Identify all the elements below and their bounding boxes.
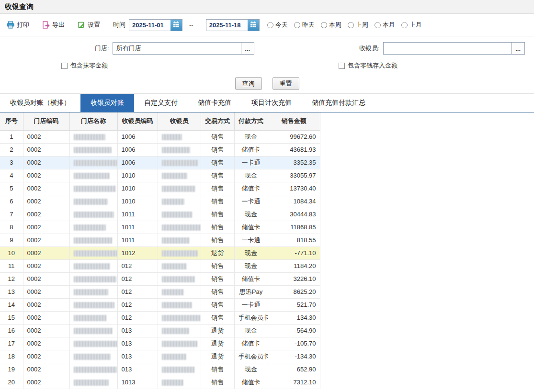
table-row[interactable]: 900021011销售一卡通818.55 [0, 234, 320, 246]
cell-cashier-name-redacted [162, 173, 187, 179]
include-change-checkbox[interactable]: 包含零钱存入金额 [339, 61, 398, 70]
table-row[interactable]: 110002012销售现金1184.20 [0, 259, 320, 272]
cell-cashier-name-redacted [162, 224, 201, 231]
cell-pay-method: 现金 [234, 259, 268, 272]
cell-store-code: 0002 [23, 221, 69, 234]
cell-store-code: 0002 [23, 337, 69, 350]
cell-cashier-code: 012 [117, 311, 158, 324]
cell-pay-method: 手机会员卡 [234, 350, 268, 363]
cell-amount: 30444.83 [268, 208, 320, 221]
cell-store-name-redacted [74, 212, 114, 218]
cell-no: 16 [0, 324, 23, 337]
column-header[interactable]: 销售金额 [268, 112, 320, 130]
cell-cashier-name [158, 130, 201, 143]
cell-no: 3 [0, 156, 23, 169]
cell-store-name-redacted [74, 302, 114, 308]
quick-range-1[interactable]: 昨天 [294, 21, 315, 29]
table-row[interactable]: 120002012销售储值卡3226.10 [0, 272, 320, 285]
include-rounding-checkbox[interactable]: 包含抹零金额 [61, 61, 108, 70]
cell-pay-method: 储值卡 [234, 221, 268, 234]
cell-cashier-code: 1010 [117, 169, 158, 182]
table-row[interactable]: 190002013销售现金652.90 [0, 363, 320, 376]
date-to-calendar-button[interactable] [248, 20, 259, 31]
cell-cashier-code: 012 [117, 285, 158, 298]
cell-store-name-redacted [74, 289, 108, 295]
cell-txn-type: 销售 [201, 195, 234, 208]
store-picker-button[interactable]: ... [241, 42, 254, 55]
table-row[interactable]: 700021011销售现金30444.83 [0, 208, 320, 221]
date-from-calendar-button[interactable] [170, 20, 182, 31]
column-header[interactable]: 门店名称 [69, 112, 117, 130]
table-row[interactable]: 130002012销售思迅Pay8625.20 [0, 285, 320, 298]
cell-cashier-name-redacted [162, 367, 194, 373]
quick-range-5[interactable]: 上月 [401, 21, 422, 29]
print-button[interactable]: 打印 [7, 21, 29, 29]
cell-txn-type: 销售 [201, 376, 234, 389]
cell-store-name-redacted [74, 199, 108, 205]
table-row[interactable]: 100021006销售现金99672.60 [0, 130, 320, 143]
column-header[interactable]: 交易方式 [201, 112, 234, 130]
cell-no: 13 [0, 285, 23, 298]
tab-4[interactable]: 项目计次充值 [241, 94, 302, 112]
date-to-input[interactable] [206, 20, 248, 31]
date-to-box [206, 19, 260, 31]
cell-txn-type: 销售 [201, 272, 234, 285]
table-row[interactable]: 170002013退货储值卡-105.70 [0, 337, 320, 350]
table-row[interactable]: 150002012销售手机会员卡134.30 [0, 311, 320, 324]
table-row[interactable]: 180002013退货手机会员卡-134.30 [0, 350, 320, 363]
cell-amount: -564.90 [268, 324, 320, 337]
column-header[interactable]: 门店编码 [23, 112, 69, 130]
cell-cashier-code: 1006 [117, 130, 158, 143]
table-row[interactable]: 300021006销售一卡通3352.35 [0, 156, 320, 169]
cell-pay-method: 现金 [234, 208, 268, 221]
cell-cashier-name-redacted [162, 289, 184, 295]
tab-2[interactable]: 自定义支付 [134, 94, 188, 112]
quick-range-4[interactable]: 本月 [375, 21, 395, 29]
tab-5[interactable]: 储值充值付款汇总 [302, 94, 375, 112]
tab-3[interactable]: 储值卡充值 [188, 94, 241, 112]
table-row[interactable]: 500021010销售储值卡13730.40 [0, 182, 320, 195]
column-header[interactable]: 序号 [0, 112, 23, 130]
table-row[interactable]: 200021006销售储值卡43681.93 [0, 143, 320, 156]
cell-amount: 3352.35 [268, 156, 320, 169]
quick-range-0[interactable]: 今天 [267, 21, 288, 29]
radio-icon [375, 22, 381, 28]
store-input[interactable] [113, 42, 241, 55]
reset-button[interactable]: 重置 [273, 77, 299, 90]
cell-store-code: 0002 [23, 259, 69, 272]
cell-no: 1 [0, 130, 23, 143]
cell-amount: 1184.20 [268, 259, 320, 272]
export-button[interactable]: 导出 [42, 21, 65, 29]
cashier-input[interactable] [383, 42, 511, 55]
date-from-input[interactable] [129, 20, 170, 31]
table-row[interactable]: 2000021013销售储值卡7312.10 [0, 376, 320, 389]
table-row[interactable]: 400021010销售现金33055.97 [0, 169, 320, 182]
quick-range-2[interactable]: 本周 [321, 21, 341, 29]
cell-cashier-code: 1012 [117, 246, 158, 259]
table-row[interactable]: 600021010销售一卡通1084.34 [0, 195, 320, 208]
cell-store-name-redacted [74, 263, 110, 269]
cell-cashier-name [158, 156, 201, 169]
table-row[interactable]: 800021011销售储值卡11868.85 [0, 221, 320, 234]
table-row[interactable]: 140002012销售一卡通521.70 [0, 298, 320, 311]
cell-cashier-name-redacted [162, 186, 195, 192]
date-range-separator: -- [189, 22, 193, 29]
column-header[interactable]: 收银员编码 [117, 112, 158, 130]
column-header[interactable]: 付款方式 [234, 112, 268, 130]
tab-0[interactable]: 收银员对账（横排） [0, 94, 80, 112]
cell-store-code: 0002 [23, 311, 69, 324]
cell-txn-type: 退货 [201, 350, 234, 363]
column-header[interactable]: 收银员 [158, 112, 201, 130]
cell-cashier-name-redacted [162, 147, 190, 153]
quick-range-3[interactable]: 上周 [348, 21, 368, 29]
query-button[interactable]: 查询 [235, 77, 262, 90]
cashier-picker-button[interactable]: ... [511, 42, 525, 55]
table-row[interactable]: 1000021012退货现金-771.10 [0, 246, 320, 259]
cell-store-code: 0002 [23, 324, 69, 337]
tab-1[interactable]: 收银员对账 [80, 94, 134, 112]
settings-button[interactable]: 设置 [78, 21, 100, 29]
cell-cashier-code: 012 [117, 272, 158, 285]
table-row[interactable]: 160002013退货现金-564.90 [0, 324, 320, 337]
cell-amount: 1084.34 [268, 195, 320, 208]
cell-store-name [69, 272, 117, 285]
